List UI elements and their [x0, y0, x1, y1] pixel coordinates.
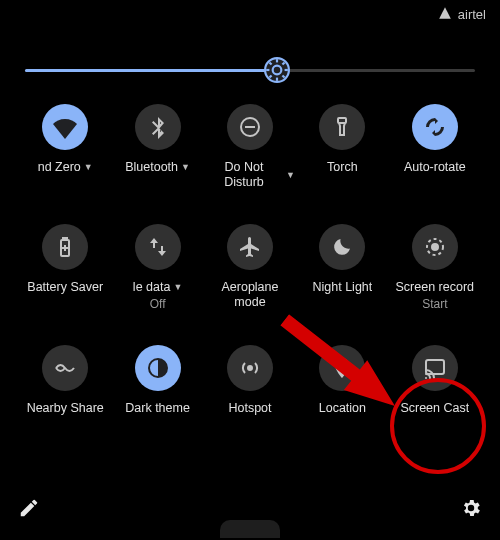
mobile-data-icon[interactable] [135, 224, 181, 270]
dnd-icon[interactable] [227, 104, 273, 150]
drawer-handle[interactable] [220, 520, 280, 538]
screen-record-label: Screen record [396, 280, 475, 295]
tile-autorotate[interactable]: Auto-rotate [390, 104, 480, 190]
wifi-label: nd Zero [38, 160, 81, 175]
battery-icon[interactable] [42, 224, 88, 270]
signal-icon [438, 6, 452, 23]
brightness-track [25, 69, 475, 72]
quick-settings-panel: { "status": { "carrier": "airtel" }, "br… [0, 0, 500, 540]
bluetooth-icon[interactable] [135, 104, 181, 150]
cast-label: Screen Cast [400, 401, 469, 416]
nearby-share-label: Nearby Share [27, 401, 104, 416]
hotspot-icon[interactable] [227, 345, 273, 391]
brightness-fill [25, 69, 277, 72]
tile-bluetooth[interactable]: Bluetooth▼ [112, 104, 202, 190]
cast-icon[interactable] [412, 345, 458, 391]
chevron-down-icon[interactable]: ▼ [181, 160, 190, 175]
tile-dnd[interactable]: Do Not Disturb▼ [205, 104, 295, 190]
svg-line-7 [282, 75, 284, 77]
dark-theme-icon[interactable] [135, 345, 181, 391]
tile-hotspot[interactable]: Hotspot [205, 345, 295, 416]
nearby-share-icon[interactable] [42, 345, 88, 391]
torch-label: Torch [327, 160, 358, 175]
battery-label: Battery Saver [27, 280, 103, 295]
tile-airplane[interactable]: Aeroplane mode [205, 224, 295, 311]
night-light-label: Night Light [313, 280, 373, 295]
tile-screen-record[interactable]: Screen record Start [390, 224, 480, 311]
svg-line-8 [269, 75, 271, 77]
screen-record-sub: Start [422, 297, 447, 311]
carrier-label: airtel [458, 7, 486, 22]
hotspot-label: Hotspot [228, 401, 271, 416]
airplane-icon[interactable] [227, 224, 273, 270]
svg-rect-14 [63, 238, 67, 240]
brightness-thumb[interactable] [264, 57, 290, 83]
mobile-data-sub: Off [150, 297, 166, 311]
tile-wifi[interactable]: nd Zero▼ [20, 104, 110, 190]
svg-line-6 [269, 62, 271, 64]
airplane-label: Aeroplane mode [205, 280, 295, 310]
tile-screen-cast[interactable]: Screen Cast [390, 345, 480, 416]
svg-point-18 [432, 244, 438, 250]
svg-rect-21 [426, 360, 444, 374]
tile-location[interactable]: Location [297, 345, 387, 416]
tile-night-light[interactable]: Night Light [297, 224, 387, 311]
autorotate-icon[interactable] [412, 104, 458, 150]
tile-torch[interactable]: Torch [297, 104, 387, 190]
autorotate-label: Auto-rotate [404, 160, 466, 175]
svg-rect-12 [338, 118, 346, 123]
chevron-down-icon[interactable]: ▼ [286, 168, 295, 183]
location-icon[interactable] [319, 345, 365, 391]
dnd-label: Do Not Disturb [205, 160, 283, 190]
torch-icon[interactable] [319, 104, 365, 150]
wifi-icon[interactable] [42, 104, 88, 150]
status-bar: airtel [438, 6, 486, 23]
mobile-data-label: le data [133, 280, 171, 295]
tile-mobile-data[interactable]: le data▼ Off [112, 224, 202, 311]
svg-point-20 [248, 366, 252, 370]
settings-button[interactable] [460, 497, 482, 522]
screen-record-icon[interactable] [412, 224, 458, 270]
chevron-down-icon[interactable]: ▼ [84, 160, 93, 175]
tile-battery-saver[interactable]: Battery Saver [20, 224, 110, 311]
tile-dark-theme[interactable]: Dark theme [112, 345, 202, 416]
location-label: Location [319, 401, 366, 416]
brightness-slider[interactable] [25, 60, 475, 80]
chevron-down-icon[interactable]: ▼ [173, 280, 182, 295]
svg-line-9 [282, 62, 284, 64]
tile-nearby-share[interactable]: Nearby Share [20, 345, 110, 416]
bluetooth-label: Bluetooth [125, 160, 178, 175]
night-light-icon[interactable] [319, 224, 365, 270]
tiles-grid: nd Zero▼ Bluetooth▼ Do Not Disturb▼ Torc… [20, 104, 480, 416]
dark-theme-label: Dark theme [125, 401, 190, 416]
edit-tiles-button[interactable] [18, 497, 40, 522]
